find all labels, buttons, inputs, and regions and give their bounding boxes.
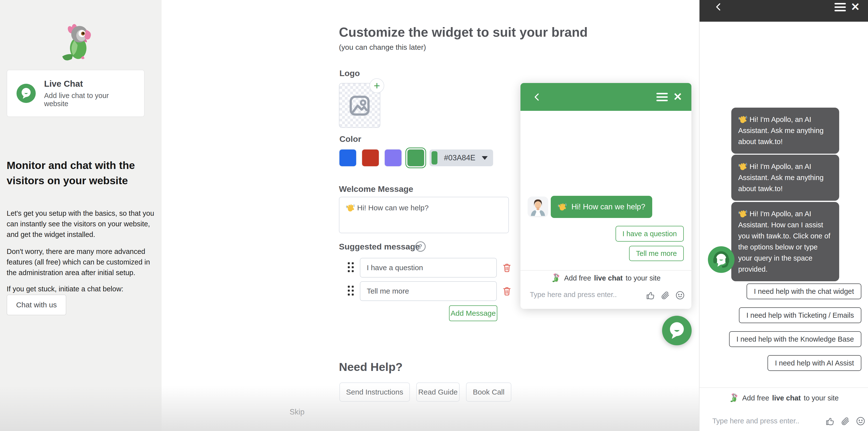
welcome-message-value: Hi! How can we help? bbox=[357, 204, 429, 212]
wave-emoji-icon bbox=[738, 162, 748, 171]
book-call-button[interactable]: Book Call bbox=[466, 382, 512, 402]
wave-emoji-icon bbox=[558, 202, 567, 212]
color-swatch-blue[interactable] bbox=[339, 150, 356, 166]
tawkto-branding-link[interactable]: Add free live chat to your site bbox=[700, 393, 868, 403]
need-help-title: Need Help? bbox=[339, 360, 403, 374]
ai-agent-headset-avatar bbox=[708, 246, 735, 273]
option-ai-assist[interactable]: I need help with AI Assist bbox=[768, 355, 861, 371]
ai-message-text: Hi! I'm Apollo, an AI Assistant. Ask me … bbox=[738, 162, 824, 193]
menu-icon[interactable] bbox=[656, 93, 668, 101]
ai-assistant-panel: ✕ Hi! I'm Apollo, an AI Assistant. Ask m… bbox=[699, 0, 868, 431]
ai-message-bubble: Hi! I'm Apollo, an AI Assistant. How can… bbox=[731, 202, 839, 281]
branding-prefix: Add free bbox=[564, 274, 591, 282]
chevron-down-icon bbox=[482, 156, 488, 160]
live-chat-card: Live Chat Add live chat to your website bbox=[7, 70, 145, 117]
tawkto-setup-page: Live Chat Add live chat to your website … bbox=[0, 0, 868, 431]
preview-chat-input[interactable] bbox=[529, 290, 636, 299]
preview-widget-header: ✕ bbox=[521, 83, 691, 111]
color-section-label: Color bbox=[339, 134, 361, 144]
agent-avatar bbox=[528, 196, 548, 217]
wave-emoji-icon bbox=[738, 115, 748, 124]
ai-message-bubble: Hi! I'm Apollo, an AI Assistant. Ask me … bbox=[731, 155, 839, 201]
delete-message-icon[interactable] bbox=[502, 262, 512, 273]
left-sidebar: Live Chat Add live chat to your website … bbox=[0, 0, 162, 431]
divider bbox=[700, 388, 868, 388]
sidebar-paragraph: Don't worry, there are many more advance… bbox=[7, 246, 154, 278]
color-swatch-purple[interactable] bbox=[385, 150, 402, 166]
live-chat-bubble-icon bbox=[17, 84, 36, 103]
branding-suffix: to your site bbox=[626, 274, 661, 282]
welcome-message-textarea[interactable]: Hi! How can we help? bbox=[339, 197, 509, 233]
paperclip-icon[interactable] bbox=[840, 416, 850, 426]
wave-emoji-icon bbox=[346, 203, 355, 213]
widget-preview: ✕ Hi! How can we help? I have a question… bbox=[521, 83, 691, 309]
welcome-message-label: Welcome Message bbox=[339, 184, 413, 194]
add-logo-button[interactable]: + bbox=[369, 78, 384, 93]
option-chat-widget[interactable]: I need help with the chat widget bbox=[747, 283, 861, 299]
preview-welcome-text: Hi! How can we help? bbox=[571, 203, 645, 211]
paperclip-icon[interactable] bbox=[660, 290, 670, 300]
quick-reply-question[interactable]: I have a question bbox=[616, 226, 684, 242]
back-icon[interactable] bbox=[532, 92, 542, 102]
send-instructions-button[interactable]: Send Instructions bbox=[339, 382, 410, 402]
ai-message-text: Hi! I'm Apollo, an AI Assistant. Ask me … bbox=[738, 116, 824, 146]
divider bbox=[521, 270, 691, 271]
page-subtitle: (you can change this later) bbox=[339, 43, 426, 52]
ai-message-bubble: Hi! I'm Apollo, an AI Assistant. Ask me … bbox=[731, 107, 839, 154]
smiley-icon[interactable] bbox=[856, 416, 866, 426]
live-chat-card-title: Live Chat bbox=[44, 79, 135, 89]
option-ticketing-emails[interactable]: I need help with Ticketing / Emails bbox=[739, 307, 861, 323]
drag-handle[interactable] bbox=[348, 286, 354, 297]
skip-link[interactable]: Skip bbox=[285, 408, 309, 417]
add-message-button[interactable]: Add Message bbox=[449, 305, 497, 321]
chat-with-us-button[interactable]: Chat with us bbox=[7, 295, 66, 315]
suggested-message-input-1[interactable] bbox=[360, 258, 497, 278]
suggested-message-label: Suggested message bbox=[339, 242, 420, 251]
floating-chat-button[interactable] bbox=[662, 316, 692, 345]
ai-panel-header: ✕ bbox=[700, 0, 868, 22]
close-icon[interactable]: ✕ bbox=[673, 92, 682, 102]
ai-message-text: Hi! I'm Apollo, an AI Assistant. How can… bbox=[738, 210, 830, 273]
color-swatch-red[interactable] bbox=[362, 150, 379, 166]
suggested-message-input-2[interactable] bbox=[360, 281, 497, 301]
sidebar-heading: Monitor and chat with the visitors on yo… bbox=[7, 158, 142, 188]
thumbs-up-icon[interactable] bbox=[646, 290, 655, 300]
tawkto-branding-link[interactable]: Add free live chat to your site bbox=[521, 273, 691, 283]
thumbs-up-icon[interactable] bbox=[825, 416, 835, 426]
wave-emoji-icon bbox=[738, 209, 748, 218]
preview-welcome-bubble: Hi! How can we help? bbox=[551, 196, 652, 218]
live-chat-card-subtitle: Add live chat to your website bbox=[44, 92, 135, 108]
sidebar-paragraph: If you get stuck, initiate a chat below: bbox=[7, 284, 154, 294]
branding-prefix: Add free bbox=[742, 394, 769, 402]
branding-bold: live chat bbox=[594, 274, 623, 282]
parrot-icon bbox=[729, 393, 739, 403]
custom-color-dropdown[interactable]: #03A84E bbox=[430, 150, 493, 166]
tawkto-parrot-logo-icon bbox=[58, 23, 98, 64]
page-title: Customize the widget to suit your brand bbox=[339, 25, 588, 40]
close-icon[interactable]: ✕ bbox=[851, 2, 860, 12]
image-placeholder-icon bbox=[348, 94, 371, 118]
ai-chat-input[interactable] bbox=[712, 417, 819, 425]
branding-bold: live chat bbox=[772, 394, 801, 402]
suggested-message-help-icon[interactable]: ? bbox=[415, 241, 426, 252]
color-swatch-green-selected[interactable] bbox=[407, 150, 424, 166]
option-knowledge-base[interactable]: I need help with the Knowledge Base bbox=[729, 331, 861, 347]
drag-handle[interactable] bbox=[348, 262, 354, 273]
smiley-icon[interactable] bbox=[675, 290, 685, 300]
branding-suffix: to your site bbox=[804, 394, 839, 402]
delete-message-icon[interactable] bbox=[502, 285, 512, 297]
back-icon[interactable] bbox=[714, 2, 724, 12]
sidebar-paragraph: Let's get you setup with the basics, so … bbox=[7, 208, 154, 240]
quick-reply-tellmemore[interactable]: Tell me more bbox=[629, 246, 684, 261]
menu-icon[interactable] bbox=[835, 3, 846, 11]
read-guide-button[interactable]: Read Guide bbox=[416, 382, 460, 402]
custom-color-hex-value: #03A84E bbox=[444, 153, 475, 162]
parrot-icon bbox=[551, 273, 561, 283]
custom-color-swatch bbox=[432, 151, 437, 164]
logo-section-label: Logo bbox=[339, 68, 360, 78]
